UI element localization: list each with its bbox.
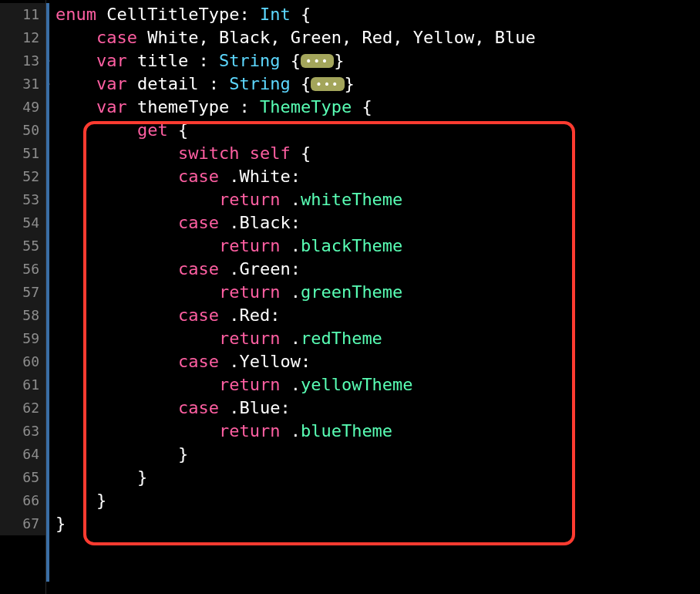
code-line[interactable]: enum CellTitleType: Int { xyxy=(56,3,700,26)
line-number[interactable]: 59 xyxy=(0,327,45,350)
code-line[interactable]: case .White: xyxy=(56,165,700,188)
code-line[interactable]: case .Yellow: xyxy=(56,350,700,373)
keyword-var: var xyxy=(96,51,127,70)
code-line[interactable]: } xyxy=(56,443,700,466)
code-editor: 1112133149505152535455565758596061626364… xyxy=(0,0,700,594)
code-line[interactable]: } xyxy=(56,512,700,535)
line-number[interactable]: 53 xyxy=(0,188,45,211)
keyword-self: self xyxy=(250,143,291,163)
line-number[interactable]: 13 xyxy=(0,49,45,73)
keyword-var: var xyxy=(96,97,127,116)
fold-indicator-icon[interactable]: ••• xyxy=(301,54,334,68)
line-number[interactable]: 66 xyxy=(0,489,45,512)
code-line[interactable]: return .greenTheme xyxy=(56,281,700,304)
code-line[interactable]: return .yellowTheme xyxy=(56,373,700,397)
line-number[interactable]: 58 xyxy=(0,304,45,327)
line-number[interactable]: 50 xyxy=(0,119,45,142)
keyword-var: var xyxy=(96,74,127,93)
line-number[interactable]: 62 xyxy=(0,397,45,420)
code-line[interactable]: return .blueTheme xyxy=(56,420,700,443)
line-number[interactable]: 60 xyxy=(0,350,45,373)
line-number[interactable]: 11 xyxy=(0,3,45,26)
code-line[interactable]: case .Red: xyxy=(56,304,700,327)
type-themetype: ThemeType xyxy=(260,97,352,116)
line-number[interactable]: 54 xyxy=(0,211,45,235)
code-line[interactable]: return .redTheme xyxy=(56,327,700,350)
line-number[interactable]: 61 xyxy=(0,373,45,397)
code-line-folded[interactable]: var title : String {•••} xyxy=(56,49,700,73)
keyword-switch: switch xyxy=(178,143,239,163)
line-number[interactable]: 57 xyxy=(0,281,45,304)
code-line[interactable]: return .blackTheme xyxy=(56,235,700,258)
line-number[interactable]: 49 xyxy=(0,96,45,119)
line-number[interactable]: 63 xyxy=(0,420,45,443)
line-number[interactable]: 64 xyxy=(0,443,45,466)
line-number[interactable]: 12 xyxy=(0,26,45,49)
line-number[interactable]: 51 xyxy=(0,142,45,165)
code-line[interactable]: } xyxy=(56,466,700,489)
line-number[interactable]: 67 xyxy=(0,512,45,535)
type-int: Int xyxy=(260,5,291,24)
line-number[interactable]: 56 xyxy=(0,258,45,281)
type-name: CellTitleType xyxy=(106,5,239,24)
code-line-folded[interactable]: var detail : String {•••} xyxy=(56,73,700,96)
line-number-gutter: 1112133149505152535455565758596061626364… xyxy=(0,0,46,594)
code-line[interactable]: var themeType : ThemeType { xyxy=(56,96,700,119)
line-number[interactable]: 31 xyxy=(0,73,45,96)
fold-indicator-icon[interactable]: ••• xyxy=(311,77,344,91)
code-line[interactable]: case .Green: xyxy=(56,258,700,281)
code-line[interactable]: case .Black: xyxy=(56,211,700,235)
code-line[interactable]: case .Blue: xyxy=(56,397,700,420)
keyword-enum: enum xyxy=(56,5,96,24)
code-line[interactable]: } xyxy=(56,489,700,512)
code-area[interactable]: enum CellTitleType: Int { case White, Bl… xyxy=(46,0,700,594)
code-line[interactable]: case White, Black, Green, Red, Yellow, B… xyxy=(56,26,700,49)
line-number[interactable]: 52 xyxy=(0,165,45,188)
code-line[interactable]: switch self { xyxy=(56,142,700,165)
code-line[interactable]: get { xyxy=(56,119,700,142)
line-number[interactable]: 65 xyxy=(0,466,45,489)
keyword-case: case xyxy=(96,28,137,47)
code-line[interactable]: return .whiteTheme xyxy=(56,188,700,211)
line-number[interactable]: 55 xyxy=(0,235,45,258)
keyword-get: get xyxy=(137,120,168,140)
